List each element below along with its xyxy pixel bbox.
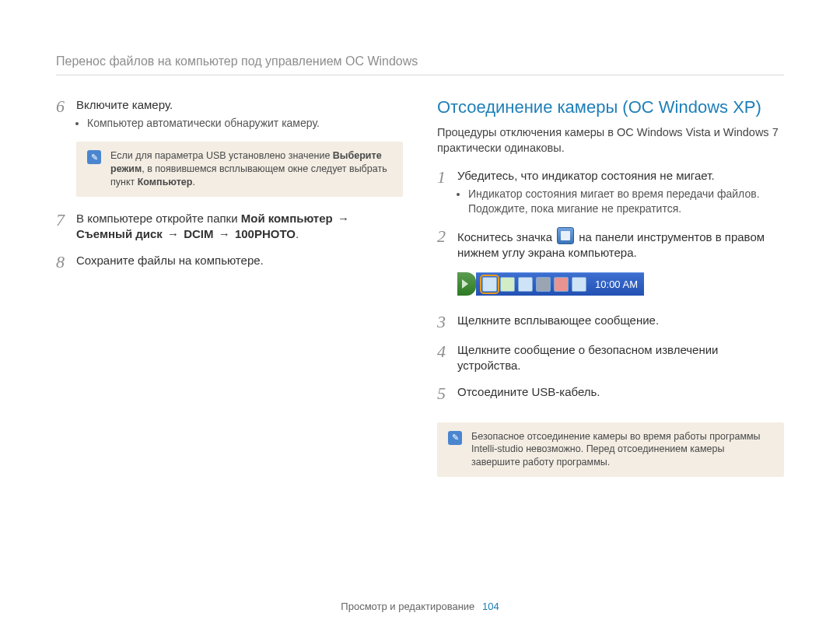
step-frag: В компьютере откройте папки (76, 212, 241, 225)
note-text: Безопасное отсоединение камеры во время … (471, 430, 773, 470)
step-8: 8 Сохраните файлы на компьютере. (56, 253, 403, 271)
step-bullet: Компьютер автоматически обнаружит камеру… (87, 116, 403, 131)
note-frag: . (192, 177, 194, 187)
step-number: 8 (56, 253, 76, 271)
info-icon: ✎ (448, 431, 462, 445)
right-column: Отсоединение камеры (ОС Windows XP) Проц… (437, 97, 784, 491)
step-number: 2 (437, 227, 457, 261)
path-part: DCIM (184, 227, 213, 240)
step-7: 7 В компьютере откройте папки Мой компью… (56, 211, 403, 243)
section-heading: Отсоединение камеры (ОС Windows XP) (437, 97, 784, 117)
safely-remove-icon (557, 227, 574, 244)
tray-icon (536, 277, 551, 292)
step-body: Щелкните всплывающее сообщение. (457, 313, 784, 331)
arrow-icon: → (215, 227, 233, 240)
section-intro: Процедуры отключения камеры в ОС Windows… (437, 125, 784, 156)
step-number: 5 (437, 384, 457, 403)
step-frag: . (296, 227, 299, 240)
step-2: 2 Коснитесь значка на панели инструменто… (437, 227, 784, 261)
step-body: В компьютере откройте папки Мой компьюте… (76, 211, 403, 243)
left-column: 6 Включите камеру. Компьютер автоматичес… (56, 97, 403, 491)
path-part: 100PHOTO (235, 227, 296, 240)
step-5: 5 Отсоедините USB-кабель. (437, 384, 784, 403)
step-3: 3 Щелкните всплывающее сообщение. (437, 313, 784, 331)
step-number: 6 (56, 97, 76, 131)
tray-icon (518, 277, 533, 292)
step-1: 1 Убедитесь, что индикатор состояния не … (437, 168, 784, 216)
page-footer: Просмотр и редактирование 104 (0, 601, 840, 612)
path-part: Мой компьютер (241, 212, 333, 225)
footer-section: Просмотр и редактирование (341, 601, 474, 612)
content-columns: 6 Включите камеру. Компьютер автоматичес… (56, 97, 784, 491)
step-body: Убедитесь, что индикатор состояния не ми… (457, 168, 784, 216)
note-frag: Если для параметра USB установлено значе… (110, 150, 333, 161)
taskbar: 10:00 AM (457, 272, 644, 296)
tray-icon (500, 277, 515, 292)
step-body: Включите камеру. Компьютер автоматически… (76, 97, 403, 131)
tray-icon (554, 277, 569, 292)
path-part: Съемный диск (76, 227, 163, 240)
note-bold: Компьютер (138, 177, 193, 187)
step-6: 6 Включите камеру. Компьютер автоматичес… (56, 97, 403, 131)
tray-clock: 10:00 AM (595, 278, 638, 290)
step-title: Включите камеру. (76, 98, 173, 111)
step-4: 4 Щелкните сообщение о безопасном извлеч… (437, 342, 784, 374)
note-usb-mode: ✎ Если для параметра USB установлено зна… (76, 142, 403, 197)
step-number: 3 (437, 313, 457, 331)
tray-body: 10:00 AM (476, 272, 644, 296)
step-number: 4 (437, 342, 457, 374)
system-tray-screenshot: 10:00 AM (457, 272, 644, 296)
step-bullet: Индикатор состояния мигает во время пере… (468, 187, 784, 216)
page-header: Перенос файлов на компьютер под управлен… (56, 54, 784, 75)
step-number: 1 (437, 168, 457, 216)
tray-icon (572, 277, 586, 292)
step-frag: Коснитесь значка (457, 230, 555, 243)
step-body: Щелкните сообщение о безопасном извлечен… (457, 342, 784, 374)
arrow-icon: → (164, 227, 182, 240)
arrow-icon: → (334, 212, 349, 225)
page-number: 104 (482, 601, 499, 612)
start-button-fragment (457, 272, 476, 296)
page: Перенос файлов на компьютер под управлен… (0, 0, 840, 634)
step-body: Сохраните файлы на компьютере. (76, 253, 403, 271)
info-icon: ✎ (87, 150, 101, 164)
note-text: Если для параметра USB установлено значе… (110, 149, 392, 189)
step-title: Убедитесь, что индикатор состояния не ми… (457, 169, 715, 182)
step-body: Коснитесь значка на панели инструментов … (457, 227, 784, 261)
step-number: 7 (56, 211, 76, 243)
note-intelli-studio: ✎ Безопасное отсоединение камеры во врем… (437, 422, 784, 478)
safely-remove-tray-icon (482, 277, 497, 292)
step-body: Отсоедините USB-кабель. (457, 384, 784, 403)
